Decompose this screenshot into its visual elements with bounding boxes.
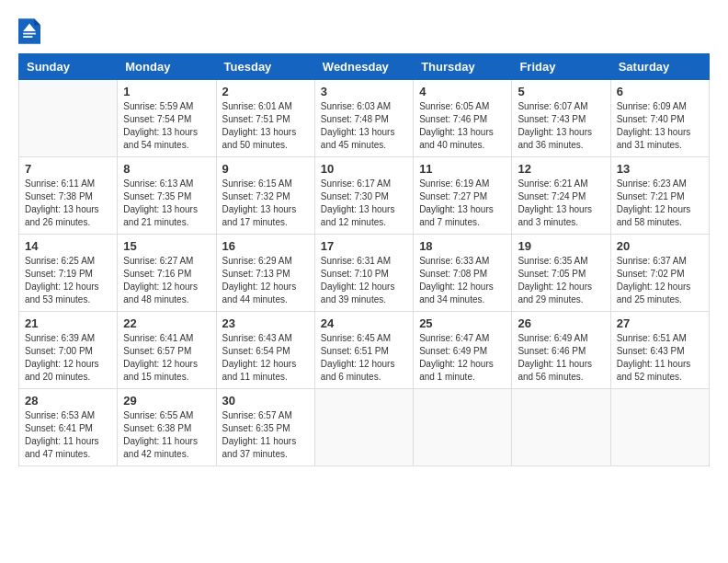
day-number: 15 [123, 239, 210, 253]
day-info: Sunrise: 6:29 AM Sunset: 7:13 PM Dayligh… [222, 255, 309, 306]
day-info: Sunrise: 6:01 AM Sunset: 7:51 PM Dayligh… [222, 100, 309, 152]
day-info: Sunrise: 5:59 AM Sunset: 7:54 PM Dayligh… [123, 100, 210, 152]
day-info: Sunrise: 6:41 AM Sunset: 6:57 PM Dayligh… [123, 332, 210, 384]
calendar-week-1: 1Sunrise: 5:59 AM Sunset: 7:54 PM Daylig… [19, 80, 710, 157]
day-number: 20 [617, 239, 703, 253]
day-info: Sunrise: 6:21 AM Sunset: 7:24 PM Dayligh… [518, 178, 604, 229]
calendar-week-5: 28Sunrise: 6:53 AM Sunset: 6:41 PM Dayli… [19, 389, 710, 466]
svg-rect-4 [23, 36, 32, 38]
day-info: Sunrise: 6:19 AM Sunset: 7:27 PM Dayligh… [419, 178, 506, 229]
day-number: 6 [617, 85, 703, 98]
day-info: Sunrise: 6:35 AM Sunset: 7:05 PM Dayligh… [518, 255, 604, 306]
calendar-cell: 5Sunrise: 6:07 AM Sunset: 7:43 PM Daylig… [512, 80, 610, 157]
calendar-week-3: 14Sunrise: 6:25 AM Sunset: 7:19 PM Dayli… [19, 235, 710, 312]
day-number: 13 [617, 162, 703, 176]
calendar-cell: 9Sunrise: 6:15 AM Sunset: 7:32 PM Daylig… [216, 157, 314, 235]
day-info: Sunrise: 6:31 AM Sunset: 7:10 PM Dayligh… [321, 255, 407, 306]
calendar-cell: 3Sunrise: 6:03 AM Sunset: 7:48 PM Daylig… [314, 80, 413, 157]
calendar-cell: 18Sunrise: 6:33 AM Sunset: 7:08 PM Dayli… [414, 235, 512, 312]
day-number: 5 [518, 85, 604, 98]
day-number: 28 [25, 394, 111, 408]
day-info: Sunrise: 6:51 AM Sunset: 6:43 PM Dayligh… [617, 332, 703, 384]
day-info: Sunrise: 6:25 AM Sunset: 7:19 PM Dayligh… [25, 255, 111, 306]
calendar-table: SundayMondayTuesdayWednesdayThursdayFrid… [18, 53, 710, 466]
day-number: 8 [123, 162, 210, 176]
svg-rect-3 [23, 33, 36, 35]
day-info: Sunrise: 6:43 AM Sunset: 6:54 PM Dayligh… [222, 332, 309, 384]
calendar-cell: 28Sunrise: 6:53 AM Sunset: 6:41 PM Dayli… [19, 389, 118, 466]
day-number: 1 [123, 85, 210, 98]
day-info: Sunrise: 6:39 AM Sunset: 7:00 PM Dayligh… [25, 332, 111, 384]
calendar-cell: 22Sunrise: 6:41 AM Sunset: 6:57 PM Dayli… [118, 312, 216, 389]
calendar-cell [314, 389, 413, 466]
calendar-header-wednesday: Wednesday [314, 54, 413, 80]
day-number: 10 [321, 162, 407, 176]
day-number: 24 [321, 316, 407, 330]
day-info: Sunrise: 6:27 AM Sunset: 7:16 PM Dayligh… [123, 255, 210, 306]
day-info: Sunrise: 6:55 AM Sunset: 6:38 PM Dayligh… [123, 409, 210, 461]
logo-icon [18, 18, 40, 44]
day-number: 29 [123, 394, 210, 408]
calendar-cell [610, 389, 709, 466]
day-number: 19 [518, 239, 604, 253]
calendar-cell: 11Sunrise: 6:19 AM Sunset: 7:27 PM Dayli… [414, 157, 512, 235]
calendar-cell [512, 389, 610, 466]
day-info: Sunrise: 6:37 AM Sunset: 7:02 PM Dayligh… [617, 255, 703, 306]
day-info: Sunrise: 6:53 AM Sunset: 6:41 PM Dayligh… [25, 409, 111, 461]
day-number: 30 [222, 394, 309, 408]
day-number: 17 [321, 239, 407, 253]
calendar-cell: 21Sunrise: 6:39 AM Sunset: 7:00 PM Dayli… [19, 312, 118, 389]
calendar-cell: 10Sunrise: 6:17 AM Sunset: 7:30 PM Dayli… [314, 157, 413, 235]
calendar-cell: 19Sunrise: 6:35 AM Sunset: 7:05 PM Dayli… [512, 235, 610, 312]
day-info: Sunrise: 6:57 AM Sunset: 6:35 PM Dayligh… [222, 409, 309, 461]
day-number: 27 [617, 316, 703, 330]
calendar-cell: 25Sunrise: 6:47 AM Sunset: 6:49 PM Dayli… [414, 312, 512, 389]
calendar-cell: 26Sunrise: 6:49 AM Sunset: 6:46 PM Dayli… [512, 312, 610, 389]
calendar-cell: 8Sunrise: 6:13 AM Sunset: 7:35 PM Daylig… [118, 157, 216, 235]
day-info: Sunrise: 6:49 AM Sunset: 6:46 PM Dayligh… [518, 332, 604, 384]
day-number: 23 [222, 316, 309, 330]
day-info: Sunrise: 6:23 AM Sunset: 7:21 PM Dayligh… [617, 178, 703, 229]
calendar-cell: 17Sunrise: 6:31 AM Sunset: 7:10 PM Dayli… [314, 235, 413, 312]
day-number: 14 [25, 239, 111, 253]
calendar-cell: 7Sunrise: 6:11 AM Sunset: 7:38 PM Daylig… [19, 157, 118, 235]
day-number: 16 [222, 239, 309, 253]
day-number: 18 [419, 239, 506, 253]
calendar-cell: 14Sunrise: 6:25 AM Sunset: 7:19 PM Dayli… [19, 235, 118, 312]
day-info: Sunrise: 6:05 AM Sunset: 7:46 PM Dayligh… [419, 100, 506, 152]
logo [18, 18, 44, 44]
calendar-cell: 24Sunrise: 6:45 AM Sunset: 6:51 PM Dayli… [314, 312, 413, 389]
calendar-header-tuesday: Tuesday [216, 54, 314, 80]
calendar-cell: 13Sunrise: 6:23 AM Sunset: 7:21 PM Dayli… [610, 157, 709, 235]
day-info: Sunrise: 6:15 AM Sunset: 7:32 PM Dayligh… [222, 178, 309, 229]
calendar-header-saturday: Saturday [610, 54, 709, 80]
calendar-cell [414, 389, 512, 466]
day-number: 22 [123, 316, 210, 330]
calendar-cell: 23Sunrise: 6:43 AM Sunset: 6:54 PM Dayli… [216, 312, 314, 389]
day-info: Sunrise: 6:09 AM Sunset: 7:40 PM Dayligh… [617, 100, 703, 152]
calendar-cell: 6Sunrise: 6:09 AM Sunset: 7:40 PM Daylig… [610, 80, 709, 157]
day-number: 7 [25, 162, 111, 176]
calendar-cell: 1Sunrise: 5:59 AM Sunset: 7:54 PM Daylig… [118, 80, 216, 157]
day-number: 12 [518, 162, 604, 176]
day-info: Sunrise: 6:11 AM Sunset: 7:38 PM Dayligh… [25, 178, 111, 229]
calendar-cell: 30Sunrise: 6:57 AM Sunset: 6:35 PM Dayli… [216, 389, 314, 466]
day-info: Sunrise: 6:47 AM Sunset: 6:49 PM Dayligh… [419, 332, 506, 384]
calendar-cell: 12Sunrise: 6:21 AM Sunset: 7:24 PM Dayli… [512, 157, 610, 235]
day-info: Sunrise: 6:45 AM Sunset: 6:51 PM Dayligh… [321, 332, 407, 384]
calendar-cell: 15Sunrise: 6:27 AM Sunset: 7:16 PM Dayli… [118, 235, 216, 312]
calendar-header-thursday: Thursday [414, 54, 512, 80]
calendar-cell: 16Sunrise: 6:29 AM Sunset: 7:13 PM Dayli… [216, 235, 314, 312]
calendar-header-friday: Friday [512, 54, 610, 80]
calendar-cell [19, 80, 118, 157]
svg-marker-1 [34, 18, 40, 25]
day-number: 11 [419, 162, 506, 176]
day-number: 3 [321, 85, 407, 98]
calendar-week-4: 21Sunrise: 6:39 AM Sunset: 7:00 PM Dayli… [19, 312, 710, 389]
calendar-cell: 2Sunrise: 6:01 AM Sunset: 7:51 PM Daylig… [216, 80, 314, 157]
calendar-header-sunday: Sunday [19, 54, 118, 80]
calendar-cell: 29Sunrise: 6:55 AM Sunset: 6:38 PM Dayli… [118, 389, 216, 466]
calendar-cell: 20Sunrise: 6:37 AM Sunset: 7:02 PM Dayli… [610, 235, 709, 312]
calendar-cell: 4Sunrise: 6:05 AM Sunset: 7:46 PM Daylig… [414, 80, 512, 157]
calendar-header-monday: Monday [118, 54, 216, 80]
